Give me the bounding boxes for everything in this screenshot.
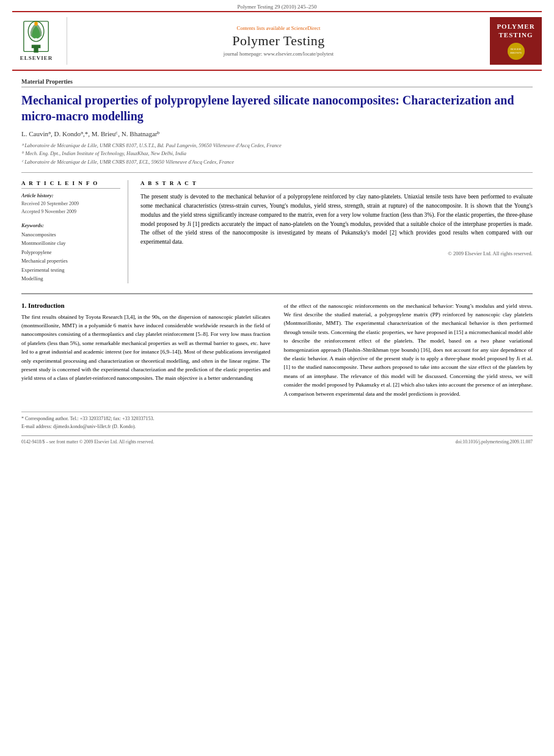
intro-para-2: of the effect of the nanoscopic reinforc… — [284, 302, 533, 398]
article-info-abstract: A R T I C L E I N F O Article history: R… — [21, 180, 533, 283]
footnote-email: E-mail address: djimedo.kondo@univ-lille… — [21, 423, 533, 431]
body-col-left: 1. Introduction The first results obtain… — [21, 302, 271, 402]
issn-text: 0142-9418/$ – see front matter © 2009 El… — [21, 439, 154, 445]
keyword-5: Experimental testing — [21, 266, 120, 274]
affiliation-3: ᶜ Laboratoire de Mécanique de Lille, UMR… — [21, 158, 533, 167]
bottom-bar: 0142-9418/$ – see front matter © 2009 El… — [21, 435, 533, 445]
body-col-right: of the effect of the nanoscopic reinforc… — [284, 302, 533, 402]
received-date: Received 20 September 2009 — [21, 200, 120, 208]
keyword-1: Nanocomposites — [21, 230, 120, 239]
keywords-label: Keywords: — [21, 222, 120, 228]
keyword-2: Montmorillonite clay — [21, 239, 120, 247]
article-info-title: A R T I C L E I N F O — [21, 180, 120, 189]
doi-text: doi:10.1016/j.polymertesting.2009.11.007 — [456, 439, 533, 445]
affiliations: ᵃ Laboratoire de Mécanique de Lille, UMR… — [21, 142, 533, 173]
journal-badge: POLYMERTESTING ROGERBROWN — [490, 17, 542, 65]
paper-title: Mechanical properties of polypropylene l… — [21, 92, 533, 124]
keywords-list: Nanocomposites Montmorillonite clay Poly… — [21, 230, 120, 283]
journal-homepage: journal homepage: www.elsevier.com/locat… — [224, 51, 333, 57]
footnote-area: * Corresponding author. Tel.: +33 320337… — [21, 412, 533, 431]
body-content: 1. Introduction The first results obtain… — [21, 293, 533, 445]
journal-title-block: Contents lists available at ScienceDirec… — [67, 17, 490, 65]
badge-title: POLYMERTESTING — [497, 22, 534, 40]
journal-citation: Polymer Testing 29 (2010) 245–250 — [237, 4, 316, 10]
keyword-3: Polypropylene — [21, 248, 120, 256]
affiliation-1: ᵃ Laboratoire de Mécanique de Lille, UMR… — [21, 142, 533, 150]
copyright-line: © 2009 Elsevier Ltd. All rights reserved… — [140, 250, 533, 256]
abstract-text: The present study is devoted to the mech… — [140, 192, 533, 246]
elsevier-wordmark: ELSEVIER — [20, 55, 53, 61]
introduction-heading: 1. Introduction — [21, 302, 271, 309]
introduction-col1: The first results obtained by Toyota Res… — [21, 313, 271, 383]
affiliation-2: ᵇ Mech. Eng. Dpt., Indian Institute of T… — [21, 150, 533, 158]
abstract-title: A B S T R A C T — [140, 180, 533, 189]
sciencedirect-name: ScienceDirect — [291, 25, 321, 31]
accepted-date: Accepted 9 November 2009 — [21, 208, 120, 216]
keywords-section: Keywords: Nanocomposites Montmorillonite… — [21, 222, 120, 283]
article-info-column: A R T I C L E I N F O Article history: R… — [21, 180, 128, 283]
article-history: Article history: Received 20 September 2… — [21, 192, 120, 216]
section-type: Material Properties — [21, 78, 533, 87]
top-bar: Polymer Testing 29 (2010) 245–250 — [0, 0, 554, 11]
sciencedirect-prefix: Contents lists available at — [237, 25, 291, 31]
footnote-corresponding: * Corresponding author. Tel.: +33 320337… — [21, 415, 533, 423]
history-label: Article history: — [21, 192, 120, 198]
introduction-col2: of the effect of the nanoscopic reinforc… — [284, 302, 533, 398]
svg-rect-1 — [32, 45, 41, 49]
journal-header: ELSEVIER Contents lists available at Sci… — [12, 11, 542, 71]
author-list: L. Cauvinᵃ, D. Kondoᵃ,*, M. Brieuᶜ, N. B… — [21, 130, 161, 137]
main-content: Material Properties Mechanical propertie… — [0, 71, 554, 451]
intro-para-1: The first results obtained by Toyota Res… — [21, 313, 271, 383]
keyword-6: Modelling — [21, 274, 120, 283]
journal-name: Polymer Testing — [232, 33, 325, 49]
elsevier-tree-icon — [16, 20, 56, 54]
badge-logo-circle: ROGERBROWN — [508, 43, 525, 60]
keyword-4: Mechanical properties — [21, 256, 120, 265]
abstract-column: A B S T R A C T The present study is dev… — [140, 180, 533, 283]
authors: L. Cauvinᵃ, D. Kondoᵃ,*, M. Brieuᶜ, N. B… — [21, 130, 533, 138]
sciencedirect-link: Contents lists available at ScienceDirec… — [237, 25, 321, 31]
body-two-col: 1. Introduction The first results obtain… — [21, 302, 533, 402]
elsevier-logo: ELSEVIER — [12, 17, 67, 65]
svg-point-3 — [34, 21, 38, 26]
